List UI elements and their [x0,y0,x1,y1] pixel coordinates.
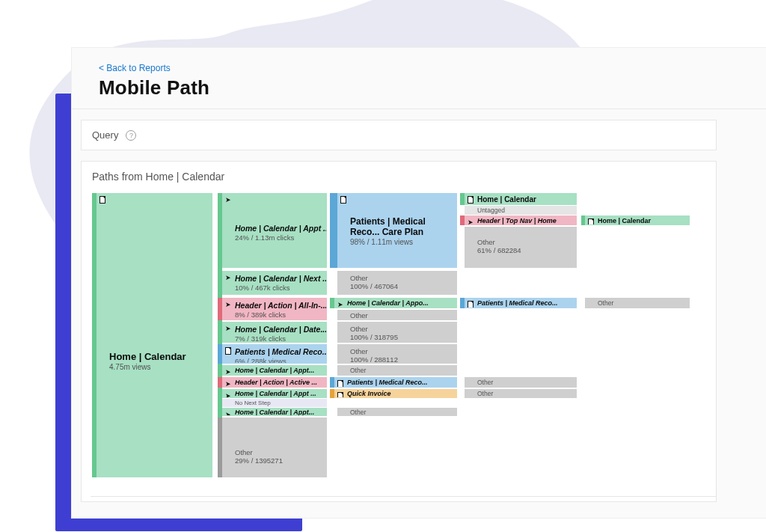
node-c2-other2[interactable]: Other [337,310,457,320]
node-label: Home | Calendar | Appt ... [235,224,323,233]
node-sub: 8% / 389k clicks [235,311,323,319]
node-active[interactable]: ➤ Header | Action | Active ... [222,377,327,388]
cursor-icon: ➤ [337,301,343,308]
node-label: Other [350,367,453,374]
cursor-icon: ➤ [225,301,231,309]
node-c4-other[interactable]: Other [585,298,690,308]
node-c3-untag[interactable]: Untagged [465,206,577,215]
node-c2-other4[interactable]: Other 100% / 288112 [337,344,457,364]
node-label: Other [350,311,453,319]
strip-careplan [330,193,337,268]
node-label: Other [350,409,453,416]
node-c2-medrec[interactable]: Patients | Medical Reco... [334,377,457,388]
node-label: Other [350,347,453,355]
node-label: Untagged [477,207,573,214]
node-sub: 100% / 288112 [350,355,453,364]
node-sub: 7% / 319k clicks [235,334,323,343]
divider [72,108,766,109]
node-c2-other1[interactable]: Other 100% / 467064 [337,271,457,295]
node-qinv[interactable]: Quick Invoice [334,389,457,398]
node-label: Header | Action | Active ... [235,379,323,387]
node-next[interactable]: ➤ Home | Calendar | Next ... 10% / 467k … [222,271,327,295]
node-c4-homecal[interactable]: Home | Calendar [585,215,690,225]
node-label: Header | Top Nav | Home [477,217,573,225]
node-label: Other [477,379,573,386]
node-sub: 100% / 467064 [350,282,453,290]
page-icon [468,196,474,204]
node-appo[interactable]: ➤ Home | Calendar | Appo... [334,298,457,308]
node-label: Home | Calendar [598,217,686,225]
page-icon [340,196,346,204]
node-careplan[interactable]: Patients | Medical Reco... Care Plan 98%… [337,193,457,268]
node-c2-other6[interactable]: Other [337,408,457,416]
cursor-icon: ➤ [225,392,231,398]
cursor-icon: ➤ [225,325,231,333]
page-icon [588,218,594,225]
node-appt-s2[interactable]: ➤ Home | Calendar | Appt... [222,408,327,416]
node-label: Home | Calendar | Date... [235,325,323,334]
node-date[interactable]: ➤ Home | Calendar | Date... 7% / 319k cl… [222,322,327,343]
node-label: Other [477,238,573,246]
cursor-icon: ➤ [225,368,231,376]
node-other[interactable]: Other 29% / 1395271 [222,418,327,477]
node-c2-other3[interactable]: Other 100% / 318795 [337,322,457,343]
node-label: Header | Action | All-In-... [235,301,323,311]
node-root[interactable]: Home | Calendar 4.75m views [96,193,212,477]
node-c3-medrec[interactable]: Patients | Medical Reco... [465,298,577,308]
query-label: Query [92,129,118,141]
node-appt2[interactable]: ➤ Home | Calendar | Appt... [222,365,327,376]
node-sub: 29% / 1395271 [235,456,323,465]
node-label: Other [235,448,323,456]
back-to-reports-link[interactable]: < Back to Reports [99,63,171,73]
node-label: Home | Calendar | Appt... [235,367,323,375]
cursor-icon: ➤ [225,411,231,416]
node-label: Patients | Medical Reco... [477,299,573,308]
node-label: Home | Calendar | Appt... [235,409,323,416]
node-sub: 100% / 318795 [350,333,453,341]
node-label: Home | Calendar | Appo... [347,299,453,308]
node-sub: 10% / 467k clicks [235,284,323,292]
node-c3-other2[interactable]: Other [465,377,577,388]
node-label: Patients | Medical Reco... Care Plan [350,216,453,238]
node-label: Other [350,325,453,333]
node-c3-other[interactable]: Other 61% / 682284 [465,227,577,268]
node-appt-s1[interactable]: ➤ Home | Calendar | Appt ... [222,389,327,398]
node-c3-homecal[interactable]: Home | Calendar [465,193,577,205]
node-medrec[interactable]: Patients | Medical Reco... 6% / 288k vie… [222,344,327,364]
node-sub: 4.75m views [109,363,209,372]
path-diagram: Home | Calendar 4.75m views ➤ Home | Cal… [92,193,705,492]
cursor-icon: ➤ [225,196,231,204]
cursor-icon: ➤ [468,218,474,225]
node-allin[interactable]: ➤ Header | Action | All-In-... 8% / 389k… [222,298,327,320]
paths-card: Paths from Home | Calendar Home | Calend… [81,161,717,502]
cursor-icon: ➤ [225,274,231,282]
page-title: Mobile Path [99,76,766,100]
node-sub: 98% / 1.11m views [350,238,453,247]
node-c3-other3[interactable]: Other [465,389,577,398]
node-sub: 24% / 1.13m clicks [235,233,323,242]
node-label: Quick Invoice [347,390,453,398]
query-card: Query ? [81,120,717,150]
node-sub: 6% / 288k views [235,357,323,364]
node-nonext[interactable]: No Next Step [222,399,327,407]
cursor-icon: ➤ [225,380,231,388]
node-label: No Next Step [235,400,323,407]
node-c2-other5[interactable]: Other [337,365,457,376]
node-label: Home | Calendar [477,195,573,204]
node-label: Other [598,299,686,307]
paths-title: Paths from Home | Calendar [92,171,705,183]
node-label: Home | Calendar [109,351,209,363]
node-label: Home | Calendar | Appt ... [235,390,323,398]
node-label: Home | Calendar | Next ... [235,274,323,284]
node-label: Patients | Medical Reco... [235,347,323,357]
help-icon[interactable]: ? [126,130,136,141]
page-icon [468,301,474,308]
node-appt[interactable]: ➤ Home | Calendar | Appt ... 24% / 1.13m… [222,193,327,268]
page-icon [225,347,231,355]
node-label: Other [477,390,573,397]
node-label: Patients | Medical Reco... [347,379,453,387]
node-c3-topnav[interactable]: ➤ Header | Top Nav | Home [465,215,577,225]
node-sub: 61% / 682284 [477,246,573,254]
node-label: Other [350,274,453,282]
bottom-divider [91,496,716,497]
